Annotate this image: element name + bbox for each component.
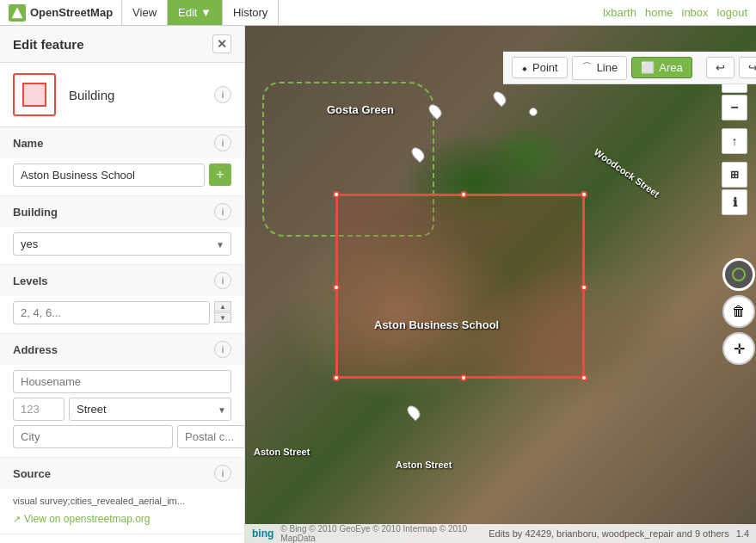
- building-name-label: Aston Business School: [374, 318, 499, 331]
- address-field-label: Address: [13, 343, 58, 356]
- feature-type-label: Building: [69, 88, 214, 102]
- postal-input[interactable]: [177, 425, 245, 448]
- levels-up-button[interactable]: ▲: [214, 301, 231, 312]
- building-select[interactable]: yes residential commercial: [13, 232, 231, 256]
- nav-view[interactable]: View: [122, 0, 168, 25]
- main-layout: Edit feature ✕ Building i Name i Aston B…: [0, 26, 756, 543]
- vertex-dot-7[interactable]: [460, 374, 467, 381]
- nav-home[interactable]: home: [645, 6, 673, 19]
- map-attribution: © Bing © 2010 GeoEye © 2010 Intermap © 2…: [280, 524, 482, 543]
- nav-history[interactable]: History: [223, 0, 279, 25]
- move-button[interactable]: ✛: [722, 332, 755, 365]
- building-field-header: Building i: [0, 196, 244, 227]
- levels-field-body: ▲ ▼: [0, 296, 244, 333]
- address-field-header: Address i: [0, 334, 244, 365]
- vertex-dot-2[interactable]: [460, 191, 467, 198]
- name-field-group: Name i Aston Business School +: [0, 127, 244, 196]
- levels-field-header: Levels i: [0, 265, 244, 296]
- layers-button[interactable]: ⊞: [722, 162, 747, 188]
- vertex-dot-6[interactable]: [333, 374, 340, 381]
- street-select[interactable]: Street Avenue Road: [69, 398, 231, 421]
- nav-edit[interactable]: Edit ▼: [168, 0, 223, 25]
- point-tool-button[interactable]: ⬥ Point: [512, 57, 568, 78]
- panel-title: Edit feature: [13, 37, 84, 52]
- building-field-group: Building i yes residential commercial ▼: [0, 196, 244, 265]
- nav-inbox[interactable]: inbox: [682, 6, 709, 19]
- name-input-row: Aston Business School +: [13, 164, 231, 187]
- target-button[interactable]: [722, 258, 755, 291]
- source-info-button[interactable]: i: [214, 465, 231, 482]
- map-info-button[interactable]: ℹ: [722, 189, 747, 215]
- vertex-dot-5[interactable]: [581, 284, 587, 291]
- toolbar-redo-button[interactable]: ↪: [739, 57, 756, 78]
- feature-info-button[interactable]: i: [214, 86, 231, 103]
- building-field-label: Building: [13, 206, 58, 219]
- name-field-label: Name: [13, 137, 43, 150]
- edit-panel: Edit feature ✕ Building i Name i Aston B…: [0, 26, 245, 543]
- map-pin-1: [430, 103, 440, 119]
- address-field-body: Street Avenue Road ▼: [0, 365, 244, 457]
- nav-logo[interactable]: OpenStreetMap: [0, 0, 122, 25]
- area-tool-button[interactable]: ⬜ Area: [631, 57, 691, 78]
- levels-input-wrap: ▲ ▼: [13, 301, 231, 324]
- levels-down-button[interactable]: ▼: [214, 312, 231, 323]
- external-link-icon: ↗: [13, 514, 21, 525]
- name-info-button[interactable]: i: [214, 134, 231, 151]
- levels-field-label: Levels: [13, 275, 47, 287]
- map-pin-2: [495, 90, 505, 106]
- bing-logo: bing: [252, 528, 274, 540]
- area-label: Area: [659, 61, 682, 74]
- point-icon: ⬥: [521, 61, 528, 74]
- map-area[interactable]: ⬥ Point ⌒ Line ⬜ Area ↩ ↪ Save: [245, 26, 756, 543]
- vertex-dot-1[interactable]: [333, 191, 340, 198]
- building-icon: [22, 83, 46, 107]
- osm-link-label: View on openstreetmap.org: [24, 513, 151, 525]
- line-tool-button[interactable]: ⌒ Line: [572, 56, 628, 80]
- compass-button[interactable]: ↑: [722, 128, 747, 154]
- building-field-body: yes residential commercial ▼: [0, 227, 244, 264]
- vertex-dot-3[interactable]: [581, 191, 587, 198]
- vertex-dot-8[interactable]: [581, 374, 587, 381]
- name-input[interactable]: Aston Business School: [13, 164, 205, 187]
- osm-logo-icon: [9, 4, 26, 22]
- source-field-label: Source: [13, 467, 51, 480]
- vertex-dot-4[interactable]: [333, 284, 340, 291]
- panel-close-button[interactable]: ✕: [212, 34, 231, 53]
- line-icon: ⌒: [581, 60, 593, 76]
- map-bottom-bar: bing © Bing © 2010 GeoEye © 2010 Interma…: [245, 524, 756, 543]
- street-select-wrap: Street Avenue Road ▼: [69, 398, 231, 421]
- nav-logo-text: OpenStreetMap: [30, 6, 113, 19]
- housenumber-input[interactable]: [13, 398, 65, 421]
- zoom-level: 1.4: [736, 528, 749, 539]
- fab-cluster: 🗑 ✛: [722, 258, 755, 365]
- levels-input[interactable]: [13, 301, 210, 324]
- map-pin-4: [413, 146, 423, 162]
- building-select-wrap: yes residential commercial ▼: [13, 232, 231, 256]
- map-controls: + − ↑ ⊞ ℹ: [722, 67, 747, 215]
- nav-lxbarth[interactable]: lxbarth: [603, 6, 636, 19]
- nav-logout[interactable]: logout: [717, 6, 747, 19]
- aston-street-label-2: Aston Street: [396, 460, 452, 470]
- building-selection-overlay[interactable]: [335, 194, 585, 379]
- city-input[interactable]: [13, 425, 173, 448]
- name-field-body: Aston Business School +: [0, 158, 244, 195]
- source-field-group: Source i visual survey;cities_revealed_a…: [0, 458, 244, 534]
- line-label: Line: [597, 61, 618, 74]
- levels-spinner: ▲ ▼: [214, 301, 231, 324]
- nav-user-links: lxbarth home inbox logout: [594, 6, 756, 19]
- housename-input[interactable]: [13, 370, 231, 393]
- source-field-body: visual survey;cities_revealed_aerial_im.…: [0, 489, 244, 534]
- map-pin-3: [529, 108, 538, 116]
- name-add-button[interactable]: +: [209, 164, 231, 186]
- feature-icon: [13, 73, 56, 116]
- zoom-out-button[interactable]: −: [722, 95, 747, 120]
- osm-link[interactable]: ↗ View on openstreetmap.org: [13, 513, 231, 525]
- building-info-button[interactable]: i: [214, 203, 231, 220]
- top-navigation: OpenStreetMap View Edit ▼ History lxbart…: [0, 0, 756, 26]
- edit-toolbar: ⬥ Point ⌒ Line ⬜ Area ↩ ↪ Save: [503, 52, 756, 84]
- delete-button[interactable]: 🗑: [722, 295, 755, 328]
- levels-info-button[interactable]: i: [214, 272, 231, 289]
- address-info-button[interactable]: i: [214, 341, 231, 358]
- toolbar-undo-button[interactable]: ↩: [706, 57, 734, 78]
- area-icon: ⬜: [641, 61, 655, 74]
